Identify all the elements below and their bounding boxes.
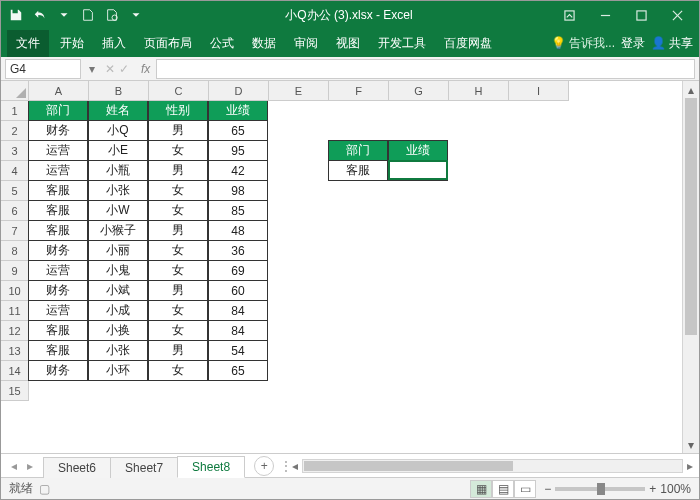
cell[interactable]: 客服 bbox=[28, 200, 88, 221]
cell[interactable]: 男 bbox=[148, 280, 208, 301]
cell[interactable]: 小换 bbox=[88, 320, 148, 341]
tab-公式[interactable]: 公式 bbox=[201, 30, 243, 57]
cell[interactable]: 财务 bbox=[28, 280, 88, 301]
cell[interactable]: 小猴子 bbox=[88, 220, 148, 241]
vertical-scrollbar[interactable]: ▴ ▾ bbox=[682, 81, 699, 453]
zoom-level[interactable]: 100% bbox=[660, 482, 691, 496]
scroll-down-icon[interactable]: ▾ bbox=[683, 436, 699, 453]
undo-icon[interactable] bbox=[29, 4, 51, 26]
col-header[interactable]: F bbox=[329, 81, 389, 101]
cell[interactable]: 女 bbox=[148, 200, 208, 221]
cell[interactable]: 客服 bbox=[328, 160, 388, 181]
row-header[interactable]: 11 bbox=[1, 301, 29, 321]
row-header[interactable]: 5 bbox=[1, 181, 29, 201]
minimize-icon[interactable] bbox=[587, 1, 623, 29]
cell[interactable]: 84 bbox=[208, 320, 268, 341]
tab-开发工具[interactable]: 开发工具 bbox=[369, 30, 435, 57]
cell[interactable]: 65 bbox=[208, 120, 268, 141]
cell[interactable]: 部门 bbox=[328, 140, 388, 161]
cell[interactable]: 性别 bbox=[148, 101, 208, 121]
col-header[interactable]: B bbox=[89, 81, 149, 101]
row-header[interactable]: 15 bbox=[1, 381, 29, 401]
tab-页面布局[interactable]: 页面布局 bbox=[135, 30, 201, 57]
row-header[interactable]: 3 bbox=[1, 141, 29, 161]
cell[interactable]: 小成 bbox=[88, 300, 148, 321]
cell[interactable]: 女 bbox=[148, 300, 208, 321]
cell[interactable]: 95 bbox=[208, 140, 268, 161]
row-header[interactable]: 8 bbox=[1, 241, 29, 261]
col-header[interactable]: G bbox=[389, 81, 449, 101]
cell[interactable]: 业绩 bbox=[388, 140, 448, 161]
cell[interactable]: 98 bbox=[208, 180, 268, 201]
cell[interactable]: 姓名 bbox=[88, 101, 148, 121]
cell[interactable]: 小斌 bbox=[88, 280, 148, 301]
name-box[interactable]: G4 bbox=[5, 59, 81, 79]
row-header[interactable]: 4 bbox=[1, 161, 29, 181]
col-header[interactable]: E bbox=[269, 81, 329, 101]
cell[interactable]: 运营 bbox=[28, 140, 88, 161]
namebox-dropdown-icon[interactable]: ▾ bbox=[85, 62, 99, 76]
cell[interactable]: 财务 bbox=[28, 360, 88, 381]
cell[interactable]: 小环 bbox=[88, 360, 148, 381]
cell[interactable]: 60 bbox=[208, 280, 268, 301]
tell-me[interactable]: 💡告诉我... bbox=[551, 35, 615, 52]
row-header[interactable]: 14 bbox=[1, 361, 29, 381]
sheet-tab[interactable]: Sheet6 bbox=[43, 457, 111, 478]
tab-百度网盘[interactable]: 百度网盘 bbox=[435, 30, 501, 57]
fx-label[interactable]: fx bbox=[135, 62, 156, 76]
cell[interactable]: 客服 bbox=[28, 180, 88, 201]
cell[interactable]: 运营 bbox=[28, 300, 88, 321]
col-header[interactable]: D bbox=[209, 81, 269, 101]
cell[interactable]: 财务 bbox=[28, 120, 88, 141]
tab-插入[interactable]: 插入 bbox=[93, 30, 135, 57]
col-header[interactable]: C bbox=[149, 81, 209, 101]
new-icon[interactable] bbox=[77, 4, 99, 26]
cell[interactable]: 54 bbox=[208, 340, 268, 361]
view-layout-icon[interactable]: ▤ bbox=[492, 480, 514, 498]
scroll-up-icon[interactable]: ▴ bbox=[683, 81, 699, 98]
cell[interactable]: 小张 bbox=[88, 340, 148, 361]
row-header[interactable]: 7 bbox=[1, 221, 29, 241]
tab-审阅[interactable]: 审阅 bbox=[285, 30, 327, 57]
col-header[interactable]: A bbox=[29, 81, 89, 101]
cell[interactable]: 女 bbox=[148, 260, 208, 281]
login-link[interactable]: 登录 bbox=[621, 35, 645, 52]
cell[interactable]: 36 bbox=[208, 240, 268, 261]
tab-数据[interactable]: 数据 bbox=[243, 30, 285, 57]
cell[interactable]: 小丽 bbox=[88, 240, 148, 261]
row-header[interactable]: 2 bbox=[1, 121, 29, 141]
row-header[interactable]: 1 bbox=[1, 101, 29, 121]
cell[interactable]: 小瓶 bbox=[88, 160, 148, 181]
cell[interactable]: 男 bbox=[148, 120, 208, 141]
cell[interactable]: 65 bbox=[208, 360, 268, 381]
horizontal-scrollbar[interactable] bbox=[302, 459, 683, 473]
cell[interactable]: 小Q bbox=[88, 120, 148, 141]
cell[interactable]: 客服 bbox=[28, 320, 88, 341]
view-pagebreak-icon[interactable]: ▭ bbox=[514, 480, 536, 498]
cell[interactable]: 女 bbox=[148, 320, 208, 341]
view-normal-icon[interactable]: ▦ bbox=[470, 480, 492, 498]
ribbon-options-icon[interactable] bbox=[551, 1, 587, 29]
cell[interactable]: 小E bbox=[88, 140, 148, 161]
tab-file[interactable]: 文件 bbox=[7, 30, 49, 57]
cell[interactable]: 小张 bbox=[88, 180, 148, 201]
sheet-tab[interactable]: Sheet8 bbox=[177, 456, 245, 478]
print-preview-icon[interactable] bbox=[101, 4, 123, 26]
col-header[interactable]: H bbox=[449, 81, 509, 101]
cell[interactable]: 小W bbox=[88, 200, 148, 221]
tab-开始[interactable]: 开始 bbox=[51, 30, 93, 57]
zoom-in-button[interactable]: + bbox=[649, 482, 656, 496]
cell[interactable]: 42 bbox=[208, 160, 268, 181]
row-header[interactable]: 13 bbox=[1, 341, 29, 361]
cell[interactable]: 84 bbox=[208, 300, 268, 321]
qat-dropdown-icon[interactable] bbox=[125, 4, 147, 26]
row-header[interactable]: 9 bbox=[1, 261, 29, 281]
redo-dropdown-icon[interactable] bbox=[53, 4, 75, 26]
sheet-tab[interactable]: Sheet7 bbox=[110, 457, 178, 478]
cell[interactable]: 69 bbox=[208, 260, 268, 281]
cell[interactable]: 客服 bbox=[28, 220, 88, 241]
select-all-corner[interactable] bbox=[1, 81, 29, 101]
cell[interactable]: 男 bbox=[148, 160, 208, 181]
maximize-icon[interactable] bbox=[623, 1, 659, 29]
cell[interactable] bbox=[388, 160, 448, 181]
